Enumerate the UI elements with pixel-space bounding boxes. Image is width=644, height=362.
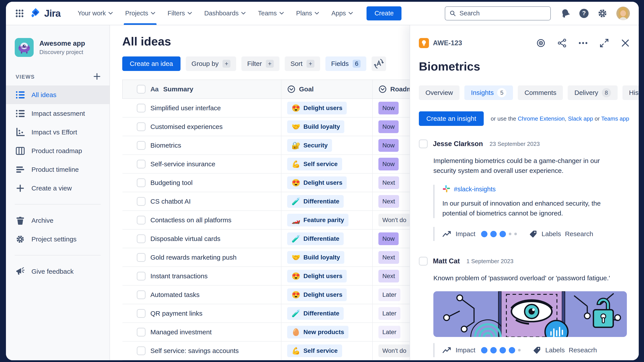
goal-chip[interactable]: 😍 Delight users — [287, 270, 347, 283]
slack-channel-link[interactable]: #slack-insights — [454, 186, 496, 193]
idea-summary[interactable]: CS chatbot AI — [150, 198, 191, 205]
share-icon[interactable] — [557, 38, 566, 48]
insight-author[interactable]: Matt Cat — [433, 257, 460, 265]
table-row[interactable]: Budgeting tool 😍 Delight users Next — [122, 174, 440, 192]
tab-delivery[interactable]: Delivery 8 — [568, 85, 618, 100]
roadmap-chip[interactable]: Now — [378, 102, 398, 114]
close-icon[interactable] — [621, 38, 630, 48]
watch-icon[interactable] — [536, 38, 546, 48]
tab-comments[interactable]: Comments — [518, 85, 563, 100]
create-idea-button[interactable]: Create an idea — [122, 56, 180, 71]
roadmap-chip[interactable]: Later — [378, 288, 400, 301]
expand-icon[interactable] — [600, 38, 609, 48]
row-checkbox[interactable] — [137, 122, 146, 131]
sidebar-item-all-ideas[interactable]: All ideas — [6, 85, 110, 104]
sidebar-item-project-settings[interactable]: Project settings — [6, 230, 110, 248]
goal-chip[interactable]: 💪 Self service — [287, 158, 342, 170]
idea-summary[interactable]: Gold rewards marketing push — [150, 254, 236, 261]
nav-apps[interactable]: Apps — [325, 2, 359, 25]
row-checkbox[interactable] — [137, 104, 146, 112]
idea-summary[interactable]: Simplified user interface — [150, 104, 221, 112]
insight-checkbox[interactable] — [419, 257, 428, 266]
goal-chip[interactable]: 🤝 Build loyalty — [287, 120, 344, 133]
impact-rating[interactable] — [481, 347, 521, 354]
label-value[interactable]: Reseacrh — [568, 347, 597, 354]
table-row[interactable]: Self-service insurance 💪 Self service No… — [122, 155, 440, 174]
column-header-summary[interactable]: Summary — [163, 85, 193, 93]
roadmap-chip[interactable]: Next — [378, 251, 399, 264]
row-checkbox[interactable] — [137, 141, 146, 150]
row-checkbox[interactable] — [137, 347, 146, 355]
goal-chip[interactable]: 🧪 Differentiate — [287, 195, 344, 208]
roadmap-chip[interactable]: Next — [378, 270, 399, 283]
fields-button[interactable]: Fields 6 — [326, 56, 366, 71]
row-checkbox[interactable] — [137, 253, 146, 262]
goal-chip[interactable]: 😍 Delight users — [287, 288, 347, 301]
row-checkbox[interactable] — [137, 234, 146, 243]
sidebar-item-impact-vs-effort[interactable]: Impact vs Effort — [6, 123, 110, 141]
table-row[interactable]: Contactless on all platforms 🏎️ Feature … — [122, 211, 440, 230]
idea-summary[interactable]: Self service: savings accounts — [150, 347, 239, 355]
issue-key[interactable]: AWE-123 — [433, 39, 462, 47]
table-row[interactable]: Gold rewards marketing push 🤝 Build loya… — [122, 248, 440, 267]
roadmap-chip[interactable]: Won't do — [378, 214, 410, 227]
goal-chip[interactable]: 😍 Delight users — [287, 176, 347, 189]
nav-plans[interactable]: Plans — [290, 2, 326, 25]
roadmap-chip[interactable]: Next — [378, 195, 399, 208]
row-checkbox[interactable] — [137, 309, 146, 318]
row-checkbox[interactable] — [137, 216, 146, 225]
table-row[interactable]: Biometrics 🔐 Security Now — [122, 136, 440, 155]
settings-gear-icon[interactable] — [598, 8, 608, 18]
more-actions-icon[interactable] — [578, 38, 588, 48]
jira-logo[interactable]: Jira — [30, 7, 60, 19]
table-row[interactable]: Customised experiences 🤝 Build loyalty N… — [122, 117, 440, 136]
goal-chip[interactable]: 🧪 Differentiate — [287, 232, 344, 245]
roadmap-chip[interactable]: Now — [378, 139, 398, 152]
goal-chip[interactable]: 🏎️ Feature parity — [287, 214, 348, 227]
chrome-extension-link[interactable]: Chrome Extension — [518, 115, 565, 122]
auto-translate-icon[interactable] — [372, 56, 386, 71]
column-header-goal[interactable]: Goal — [299, 85, 314, 93]
nav-teams[interactable]: Teams — [252, 2, 290, 25]
sidebar-item-product-roadmap[interactable]: Product roadmap — [6, 141, 110, 160]
insight-checkbox[interactable] — [419, 139, 428, 148]
idea-summary[interactable]: Contactless on all platforms — [150, 216, 232, 224]
goal-chip[interactable]: 🤝 Build loyalty — [287, 251, 344, 264]
group-by-button[interactable]: Group by + — [186, 56, 236, 71]
goal-chip[interactable]: 🧪 Differentiate — [287, 307, 344, 320]
sort-button[interactable]: Sort + — [285, 56, 320, 71]
row-checkbox[interactable] — [137, 160, 146, 168]
idea-summary[interactable]: Budgeting tool — [150, 179, 192, 186]
idea-summary[interactable]: QR payment links — [150, 310, 202, 317]
table-row[interactable]: Disposable virtual cards 🧪 Differentiate… — [122, 230, 440, 248]
slack-app-link[interactable]: Slack app — [568, 115, 593, 122]
nav-dashboards[interactable]: Dashboards — [198, 2, 252, 25]
sidebar-item-create-a-view[interactable]: Create a view — [6, 179, 110, 197]
sidebar-item-give-feedback[interactable]: Give feedback — [6, 262, 110, 281]
teams-app-link[interactable]: Teams app — [601, 115, 629, 122]
idea-summary[interactable]: Biometrics — [150, 142, 181, 149]
row-checkbox[interactable] — [137, 272, 146, 281]
idea-title[interactable]: Biometrics — [419, 59, 630, 73]
help-icon[interactable]: ? — [579, 8, 589, 18]
nav-filters[interactable]: Filters — [162, 2, 198, 25]
row-checkbox[interactable] — [137, 290, 146, 299]
add-view-icon[interactable] — [93, 73, 101, 81]
idea-summary[interactable]: Disposable virtual cards — [150, 235, 220, 243]
idea-summary[interactable]: Customised experiences — [150, 123, 223, 130]
create-insight-button[interactable]: Create an insight — [419, 111, 484, 126]
tab-history[interactable]: History — [622, 85, 639, 100]
notifications-bell-icon[interactable] — [560, 8, 570, 18]
nav-your-work[interactable]: Your work — [72, 2, 119, 25]
sidebar-item-impact-assesment[interactable]: Impact assesment — [6, 104, 110, 123]
sidebar-item-product-timeline[interactable]: Product timeline — [6, 160, 110, 179]
goal-chip[interactable]: 💪 Self service — [287, 345, 342, 357]
row-checkbox[interactable] — [137, 328, 146, 337]
table-row[interactable]: Instant transactions 😍 Delight users Nex… — [122, 267, 440, 286]
idea-summary[interactable]: Automated tasks — [150, 291, 200, 299]
roadmap-chip[interactable]: Now — [378, 158, 398, 170]
create-button[interactable]: Create — [366, 6, 402, 20]
roadmap-chip[interactable]: Later — [378, 307, 400, 320]
goal-chip[interactable]: 🔐 Security — [287, 139, 332, 152]
tab-insights[interactable]: Insights 5 — [464, 85, 513, 100]
